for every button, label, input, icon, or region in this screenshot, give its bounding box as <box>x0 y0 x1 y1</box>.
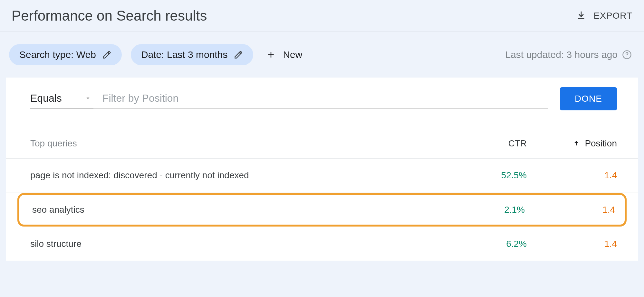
results-card: Equals DONE Top queries CTR Position pag… <box>6 78 638 261</box>
position-filter-wrap <box>93 89 548 109</box>
done-button[interactable]: DONE <box>560 87 617 110</box>
operator-select-label: Equals <box>30 92 62 104</box>
cell-ctr: 52.5% <box>456 170 527 181</box>
column-header-position[interactable]: Position <box>527 138 617 149</box>
chip-search-type-label: Search type: Web <box>19 49 96 60</box>
arrow-up-icon <box>572 140 580 147</box>
operator-select[interactable]: Equals <box>30 89 93 109</box>
export-button[interactable]: EXPORT <box>576 11 632 21</box>
last-updated-text: Last updated: 3 hours ago <box>505 49 618 60</box>
cell-position: 1.4 <box>525 205 615 215</box>
pencil-icon <box>102 50 111 59</box>
page-title: Performance on Search results <box>12 8 207 24</box>
column-header-ctr[interactable]: CTR <box>456 138 527 149</box>
table-body: page is not indexed: discovered - curren… <box>6 159 638 261</box>
column-header-position-label: Position <box>585 138 617 149</box>
plus-icon <box>266 50 276 60</box>
card-filter-row: Equals DONE <box>6 78 638 116</box>
table-row[interactable]: seo analytics2.1%1.4 <box>17 193 627 227</box>
cell-query: page is not indexed: discovered - curren… <box>30 170 456 181</box>
add-filter-button[interactable]: New <box>262 49 306 60</box>
position-filter-input[interactable] <box>102 92 546 105</box>
cell-position: 1.4 <box>527 170 617 181</box>
add-filter-label: New <box>283 49 302 60</box>
table-header: Top queries CTR Position <box>6 126 638 159</box>
export-label: EXPORT <box>593 11 632 21</box>
table-row[interactable]: silo structure6.2%1.4 <box>6 227 638 261</box>
cell-query: seo analytics <box>32 205 454 215</box>
chip-date[interactable]: Date: Last 3 months <box>131 44 253 65</box>
cell-ctr: 6.2% <box>456 239 527 249</box>
column-header-queries[interactable]: Top queries <box>30 138 456 149</box>
chevron-down-icon <box>84 95 91 102</box>
cell-ctr: 2.1% <box>454 205 525 215</box>
chip-search-type[interactable]: Search type: Web <box>9 44 122 65</box>
svg-point-1 <box>627 56 627 57</box>
cell-query: silo structure <box>30 239 456 249</box>
last-updated: Last updated: 3 hours ago <box>505 49 635 60</box>
chip-date-label: Date: Last 3 months <box>141 49 227 60</box>
filter-bar: Search type: Web Date: Last 3 months New… <box>0 32 644 78</box>
cell-position: 1.4 <box>527 239 617 249</box>
download-icon <box>576 11 586 21</box>
page-header: Performance on Search results EXPORT <box>0 0 644 32</box>
pencil-icon <box>234 50 243 59</box>
table-row[interactable]: page is not indexed: discovered - curren… <box>6 159 638 192</box>
help-icon[interactable] <box>622 50 632 60</box>
